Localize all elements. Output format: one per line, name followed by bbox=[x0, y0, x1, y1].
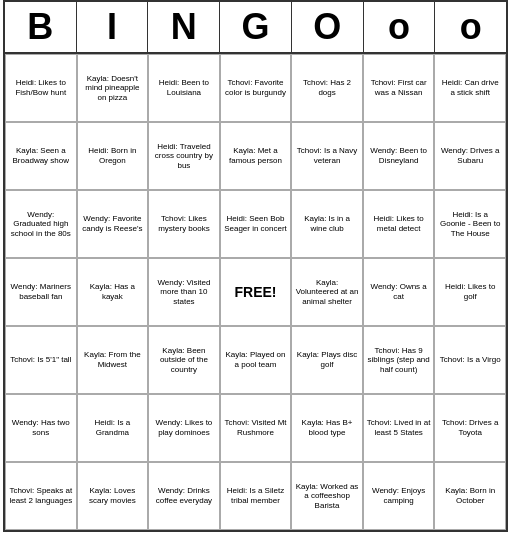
header-letter-5: o bbox=[364, 2, 436, 52]
header-letter-4: O bbox=[292, 2, 364, 52]
cell-8: Heidi: Born in Oregon bbox=[77, 122, 149, 190]
cell-28: Tchovi: Is 5'1" tall bbox=[5, 326, 77, 394]
header-letter-1: I bbox=[77, 2, 149, 52]
cell-23: Wendy: Visited more than 10 states bbox=[148, 258, 220, 326]
cell-5: Tchovi: First car was a Nissan bbox=[363, 54, 435, 122]
cell-41: Tchovi: Drives a Toyota bbox=[434, 394, 506, 462]
header-letter-6: o bbox=[435, 2, 506, 52]
cell-15: Wendy: Favorite candy is Reese's bbox=[77, 190, 149, 258]
cell-44: Wendy: Drinks coffee everyday bbox=[148, 462, 220, 530]
cell-43: Kayla: Loves scary movies bbox=[77, 462, 149, 530]
cell-22: Kayla: Has a kayak bbox=[77, 258, 149, 326]
cell-32: Kayla: Plays disc golf bbox=[291, 326, 363, 394]
cell-10: Kayla: Met a famous person bbox=[220, 122, 292, 190]
cell-16: Tchovi: Likes mystery books bbox=[148, 190, 220, 258]
cell-47: Wendy: Enjoys camping bbox=[363, 462, 435, 530]
cell-39: Kayla: Has B+ blood type bbox=[291, 394, 363, 462]
header-letter-2: N bbox=[148, 2, 220, 52]
cell-31: Kayla: Played on a pool team bbox=[220, 326, 292, 394]
cell-6: Heidi: Can drive a stick shift bbox=[434, 54, 506, 122]
cell-9: Heidi: Traveled cross country by bus bbox=[148, 122, 220, 190]
cell-18: Kayla: Is in a wine club bbox=[291, 190, 363, 258]
cell-35: Wendy: Has two sons bbox=[5, 394, 77, 462]
cell-27: Heidi: Likes to golf bbox=[434, 258, 506, 326]
cell-46: Kayla: Worked as a coffeeshop Barista bbox=[291, 462, 363, 530]
cell-34: Tchovi: Is a Virgo bbox=[434, 326, 506, 394]
cell-36: Heidi: Is a Grandma bbox=[77, 394, 149, 462]
cell-24: FREE! bbox=[220, 258, 292, 326]
cell-26: Wendy: Owns a cat bbox=[363, 258, 435, 326]
cell-42: Tchovi: Speaks at least 2 languages bbox=[5, 462, 77, 530]
cell-21: Wendy: Mariners baseball fan bbox=[5, 258, 77, 326]
grid: Heidi: Likes to Fish/Bow huntKayla: Does… bbox=[5, 54, 506, 530]
cell-29: Kayla: From the Midwest bbox=[77, 326, 149, 394]
cell-20: Heidi: Is a Goonie - Been to The House bbox=[434, 190, 506, 258]
cell-33: Tchovi: Has 9 siblings (step and half co… bbox=[363, 326, 435, 394]
cell-0: Heidi: Likes to Fish/Bow hunt bbox=[5, 54, 77, 122]
cell-4: Tchovi: Has 2 dogs bbox=[291, 54, 363, 122]
cell-1: Kayla: Doesn't mind pineapple on pizza bbox=[77, 54, 149, 122]
header-letter-3: G bbox=[220, 2, 292, 52]
cell-12: Wendy: Been to Disneyland bbox=[363, 122, 435, 190]
cell-3: Tchovi: Favorite color is burgundy bbox=[220, 54, 292, 122]
cell-7: Kayla: Seen a Broadway show bbox=[5, 122, 77, 190]
cell-45: Heidi: Is a Siletz tribal member bbox=[220, 462, 292, 530]
cell-25: Kayla: Volunteered at an animal shelter bbox=[291, 258, 363, 326]
cell-11: Tchovi: Is a Navy veteran bbox=[291, 122, 363, 190]
header-letter-0: B bbox=[5, 2, 77, 52]
cell-37: Wendy: Likes to play dominoes bbox=[148, 394, 220, 462]
cell-40: Tchovi: Lived in at least 5 States bbox=[363, 394, 435, 462]
cell-13: Wendy: Drives a Subaru bbox=[434, 122, 506, 190]
cell-48: Kayla: Born in October bbox=[434, 462, 506, 530]
cell-19: Heidi: Likes to metal detect bbox=[363, 190, 435, 258]
cell-2: Heidi: Been to Louisiana bbox=[148, 54, 220, 122]
cell-38: Tchovi: Visited Mt Rushmore bbox=[220, 394, 292, 462]
cell-17: Heidi: Seen Bob Seager in concert bbox=[220, 190, 292, 258]
cell-14: Wendy: Graduated high school in the 80s bbox=[5, 190, 77, 258]
bingo-card: BINGOoo Heidi: Likes to Fish/Bow huntKay… bbox=[3, 0, 508, 532]
header-row: BINGOoo bbox=[5, 2, 506, 54]
cell-30: Kayla: Been outside of the country bbox=[148, 326, 220, 394]
